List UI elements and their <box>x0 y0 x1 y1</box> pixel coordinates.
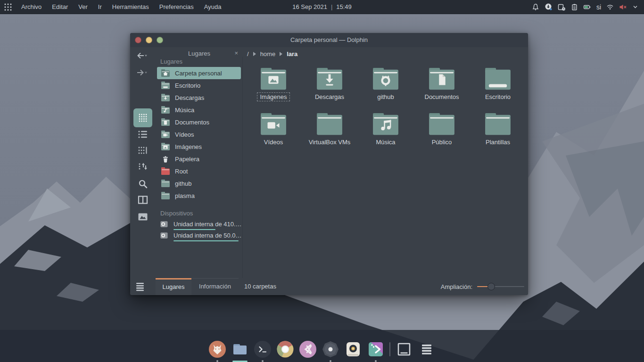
forward-button[interactable] <box>135 68 148 77</box>
folder-escritorio[interactable]: Escritorio <box>471 68 524 101</box>
running-indicator <box>375 360 377 362</box>
clipboard-icon[interactable] <box>571 3 578 11</box>
compact-view-button[interactable] <box>138 146 148 155</box>
menu-archivo[interactable]: Archivo <box>16 0 47 14</box>
folder-document-icon <box>427 68 456 91</box>
sidebar-item-label: github <box>175 180 191 187</box>
sidebar-item-root[interactable]: Root <box>157 165 241 177</box>
titlebar[interactable]: Carpeta personal — Dolphin <box>130 33 528 47</box>
folder-label: Imágenes <box>257 93 289 101</box>
device-notifier-icon[interactable] <box>558 3 566 11</box>
folder-music-icon <box>161 106 170 114</box>
places-section-title: Lugares <box>156 57 242 67</box>
folder-virtualbox-vms[interactable]: VirtualBox VMs <box>303 113 356 146</box>
sidebar-item-videos[interactable]: Vídeos <box>157 128 241 140</box>
firefox-icon[interactable] <box>208 340 226 358</box>
sidebar-item-label: Descargas <box>175 94 204 101</box>
folder-plantillas[interactable]: Plantillas <box>471 113 524 146</box>
volume-muted-icon[interactable] <box>619 3 627 11</box>
tray-expand-chevron-icon[interactable] <box>632 4 638 10</box>
top-panel: Archivo Editar Ver Ir Herramientas Prefe… <box>0 0 644 14</box>
menu-editar[interactable]: Editar <box>47 0 73 14</box>
wifi-icon[interactable] <box>606 3 614 10</box>
folder-home-icon <box>161 69 170 77</box>
folder-github[interactable]: github <box>359 68 412 101</box>
back-button[interactable] <box>135 51 148 60</box>
sidebar-item-label: Root <box>175 168 188 175</box>
sidebar-item-documentos[interactable]: Documentos <box>157 116 241 128</box>
folder-documentos[interactable]: Documentos <box>415 68 468 101</box>
tab-lugares[interactable]: Lugares <box>156 278 191 295</box>
breadcrumb-caret-icon <box>280 52 282 56</box>
notifications-bell-icon[interactable] <box>532 3 539 11</box>
folder-label: Público <box>429 138 454 146</box>
show-desktop-icon[interactable] <box>395 340 413 358</box>
dock-menu-icon[interactable] <box>418 340 436 358</box>
folder-documents-icon <box>161 118 170 126</box>
breadcrumb-home[interactable]: home <box>260 50 276 58</box>
sidebar-item-descargas[interactable]: Descargas <box>157 91 241 104</box>
updates-available-icon[interactable] <box>545 3 553 11</box>
folder-video-icon <box>259 113 288 137</box>
search-icon[interactable] <box>138 179 148 189</box>
folder-descargas[interactable]: Descargas <box>303 68 356 101</box>
folder-label: Descargas <box>313 93 347 101</box>
sidebar-item-carpeta-personal[interactable]: Carpeta personal <box>157 67 241 79</box>
image-viewer-icon[interactable] <box>367 340 385 358</box>
battery-icon[interactable] <box>583 3 591 11</box>
application-launcher-icon[interactable] <box>4 3 12 11</box>
status-text: 10 carpetas <box>244 278 276 295</box>
folder-music-icon <box>371 113 400 137</box>
menu-ver[interactable]: Ver <box>73 0 93 14</box>
folder-imagenes[interactable]: Imágenes <box>247 68 300 101</box>
menu-herramientas[interactable]: Herramientas <box>107 0 154 14</box>
icons-view-button[interactable] <box>138 113 148 123</box>
keyboard-layout-indicator[interactable]: si <box>596 3 601 11</box>
folder-icon <box>427 113 456 137</box>
dolphin-window: Carpeta personal — Dolphin Lugares × / h… <box>130 33 528 295</box>
tab-informacion[interactable]: Información <box>191 278 239 295</box>
sidebar-device-2[interactable]: Unidad interna de 50.0… <box>156 230 242 241</box>
menu-ir[interactable]: Ir <box>93 0 107 14</box>
status-bar: Lugares Información 10 carpetas Ampliaci… <box>130 278 528 295</box>
clock-separator: | <box>331 3 332 10</box>
sidebar-item-musica[interactable]: Música <box>157 104 241 116</box>
folder-view[interactable]: Imágenes Descargas github Documentos Esc… <box>243 60 528 278</box>
breadcrumb-lara[interactable]: lara <box>287 50 297 58</box>
sidebar-item-papelera[interactable]: Papelera <box>157 153 241 165</box>
folder-label: Música <box>373 138 397 146</box>
list-view-button[interactable] <box>138 130 148 139</box>
menu-ayuda[interactable]: Ayuda <box>199 0 227 14</box>
chromium-icon[interactable] <box>276 340 294 358</box>
preview-button[interactable] <box>138 213 148 221</box>
panel-control-icon[interactable] <box>136 282 144 291</box>
folder-musica[interactable]: Música <box>359 113 412 146</box>
media-player-icon[interactable] <box>344 340 362 358</box>
settings-icon[interactable] <box>322 340 339 358</box>
sidebar-item-escritorio[interactable]: Escritorio <box>157 79 241 91</box>
folder-desktop-icon <box>483 68 512 91</box>
sidebar-item-github[interactable]: github <box>157 177 241 189</box>
sidebar-item-label: Imágenes <box>175 143 202 150</box>
code-editor-icon[interactable] <box>299 340 317 358</box>
breadcrumb-root[interactable]: / <box>247 50 249 58</box>
menu-preferencias[interactable]: Preferencias <box>154 0 199 14</box>
sidebar-item-imagenes[interactable]: Imágenes <box>157 140 241 153</box>
zoom-slider[interactable] <box>477 283 524 290</box>
folder-videos[interactable]: Vídeos <box>247 113 300 146</box>
clock[interactable]: 16 Sep 2021 | 15:49 <box>292 3 352 10</box>
dock-separator <box>389 342 390 356</box>
clock-time: 15:49 <box>336 3 352 10</box>
terminal-icon[interactable] <box>254 340 272 358</box>
split-view-button[interactable] <box>138 196 148 205</box>
system-tray: si <box>532 3 644 11</box>
sidebar-item-label: plasma <box>175 192 195 199</box>
sidebar-device-1[interactable]: Unidad interna de 410.… <box>156 219 242 230</box>
global-menubar: Archivo Editar Ver Ir Herramientas Prefe… <box>16 0 226 14</box>
zoom-slider-handle[interactable] <box>487 283 495 290</box>
running-indicator <box>216 360 218 362</box>
file-manager-icon[interactable] <box>231 340 249 358</box>
sort-button[interactable] <box>138 162 148 171</box>
folder-publico[interactable]: Público <box>415 113 468 146</box>
sidebar-item-plasma[interactable]: plasma <box>157 189 241 202</box>
